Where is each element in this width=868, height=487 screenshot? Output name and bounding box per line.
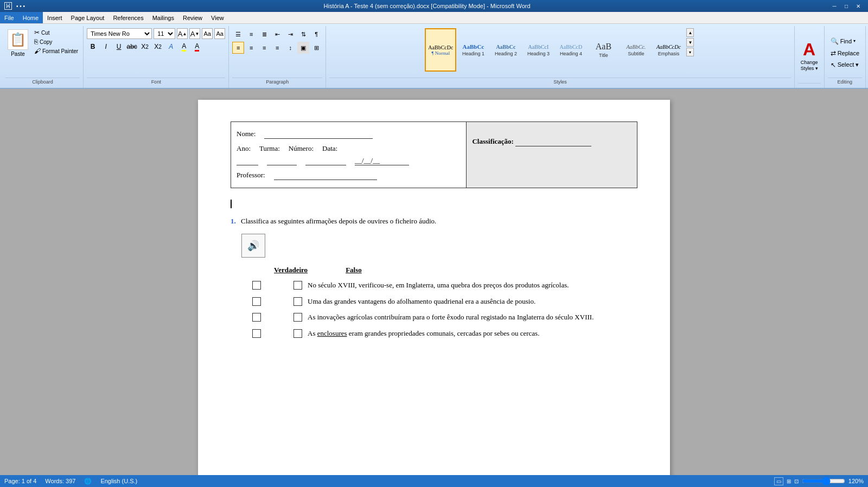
zoom-level[interactable]: 120% bbox=[848, 478, 864, 484]
style-heading1-label: Heading 1 bbox=[462, 51, 484, 56]
nome-line[interactable] bbox=[264, 130, 373, 139]
menu-item-references[interactable]: References bbox=[108, 12, 148, 23]
header-table-row-1: Nome: Ano: Turma: Número: Data: bbox=[231, 122, 637, 188]
classificacao-label: Classificação: bbox=[472, 137, 514, 145]
shading-button[interactable]: ▣ bbox=[297, 42, 309, 54]
paragraph-label: Paragraph bbox=[232, 78, 322, 86]
qa-item-1-falso-checkbox[interactable] bbox=[293, 281, 302, 290]
nome-label: Nome: bbox=[237, 130, 256, 138]
menu-item-review[interactable]: Review bbox=[178, 12, 207, 23]
cursor-position bbox=[231, 199, 637, 209]
status-left: Page: 1 of 4 Words: 397 🌐 English (U.S.) bbox=[4, 478, 137, 485]
bullets-button[interactable]: ☰ bbox=[232, 28, 244, 40]
view-full-screen-icon[interactable]: ⊞ bbox=[787, 478, 791, 484]
style-normal-mark: ¶ Normal bbox=[431, 50, 450, 56]
decrease-indent-button[interactable]: ⇤ bbox=[271, 28, 283, 40]
menu-item-file[interactable]: File bbox=[0, 12, 18, 23]
view-web-icon[interactable]: ⊡ bbox=[794, 478, 799, 484]
classificacao-fill[interactable] bbox=[515, 137, 591, 146]
strikethrough-button[interactable]: abc bbox=[126, 41, 138, 53]
text-effects-button[interactable]: A bbox=[165, 41, 177, 53]
line-spacing-button[interactable]: ↕ bbox=[284, 42, 296, 54]
style-title[interactable]: AaB Title bbox=[588, 28, 619, 72]
qa-item-4-falso-checkbox[interactable] bbox=[293, 329, 302, 338]
style-heading4-label: Heading 4 bbox=[560, 51, 582, 56]
cut-button[interactable]: ✂ Cut bbox=[33, 28, 80, 37]
view-print-icon[interactable]: ▭ bbox=[774, 477, 783, 485]
styles-more[interactable]: ▾ bbox=[686, 48, 694, 56]
style-emphasis[interactable]: AaBbCcDc Emphasis bbox=[653, 28, 684, 72]
font-family-select[interactable]: Times New Ro bbox=[87, 28, 152, 39]
copy-button[interactable]: ⎘ Copy bbox=[33, 37, 80, 46]
style-normal-preview: AaBbCcDc bbox=[428, 44, 453, 50]
multilevel-list-button[interactable]: ≣ bbox=[258, 28, 270, 40]
ano-fill[interactable] bbox=[237, 156, 258, 165]
qa-item-2-verdadeiro-checkbox[interactable] bbox=[252, 297, 261, 306]
bold-button[interactable]: B bbox=[87, 41, 99, 53]
borders-button[interactable]: ⊞ bbox=[310, 42, 322, 54]
qa-item-3-falso-checkbox[interactable] bbox=[293, 313, 302, 322]
styles-scroll-up[interactable]: ▲ bbox=[686, 28, 694, 37]
style-heading4[interactable]: AaBbCcD Heading 4 bbox=[555, 28, 586, 72]
falso-header: Falso bbox=[346, 266, 362, 274]
professor-fill[interactable] bbox=[274, 171, 377, 180]
superscript-button[interactable]: X2 bbox=[152, 41, 164, 53]
align-left-button[interactable]: ≡ bbox=[232, 42, 244, 54]
format-painter-button[interactable]: 🖌 Format Painter bbox=[33, 47, 80, 55]
menu-item-view[interactable]: View bbox=[207, 12, 228, 23]
zoom-slider[interactable] bbox=[802, 478, 845, 484]
font-size-select[interactable]: 11 bbox=[154, 28, 175, 39]
qa-item-3-verdadeiro-checkbox[interactable] bbox=[252, 313, 261, 322]
style-subtitle[interactable]: AaBbCc. Subtitle bbox=[620, 28, 652, 72]
minimize-button[interactable]: ─ bbox=[829, 2, 840, 10]
sort-button[interactable]: ⇅ bbox=[297, 28, 309, 40]
menu-item-page-layout[interactable]: Page Layout bbox=[67, 12, 109, 23]
numero-label: Número: bbox=[289, 144, 314, 153]
close-button[interactable]: ✕ bbox=[853, 2, 864, 10]
numero-fill[interactable] bbox=[305, 156, 346, 165]
turma-fill[interactable] bbox=[267, 156, 297, 165]
font-grow-button[interactable]: A▲ bbox=[177, 28, 188, 39]
change-case-button[interactable]: Aa bbox=[214, 28, 225, 39]
style-normal[interactable]: AaBbCcDc ¶ Normal bbox=[425, 28, 456, 72]
numbering-button[interactable]: ≡ bbox=[245, 28, 257, 40]
justify-button[interactable]: ≡ bbox=[271, 42, 283, 54]
qa-item-1-verdadeiro-checkbox[interactable] bbox=[252, 281, 261, 290]
select-button[interactable]: ↖ Select ▾ bbox=[828, 60, 862, 71]
style-heading2[interactable]: AaBbCc Heading 2 bbox=[490, 28, 521, 72]
audio-icon[interactable]: 🔊 bbox=[241, 234, 265, 258]
data-label: Data: bbox=[322, 144, 337, 153]
maximize-button[interactable]: □ bbox=[841, 2, 852, 10]
align-center-button[interactable]: ≡ bbox=[245, 42, 257, 54]
professor-row: Professor: bbox=[237, 171, 461, 180]
italic-button[interactable]: I bbox=[100, 41, 112, 53]
underline-button[interactable]: U bbox=[113, 41, 125, 53]
professor-label: Professor: bbox=[237, 171, 265, 180]
status-page: Page: 1 of 4 bbox=[4, 478, 36, 485]
show-marks-button[interactable]: ¶ bbox=[310, 28, 322, 40]
qa-item-4: As enclosures eram grandes propriedades … bbox=[231, 328, 637, 339]
menu-item-mailings[interactable]: Mailings bbox=[148, 12, 178, 23]
style-heading3[interactable]: AaBbCcI Heading 3 bbox=[522, 28, 554, 72]
change-styles-button[interactable]: A ChangeStyles ▾ bbox=[798, 37, 821, 74]
align-right-button[interactable]: ≡ bbox=[258, 42, 270, 54]
increase-indent-button[interactable]: ⇥ bbox=[284, 28, 296, 40]
qa-item-2-falso-checkbox[interactable] bbox=[293, 297, 302, 306]
menu-item-insert[interactable]: Insert bbox=[43, 12, 67, 23]
data-fill[interactable]: __/__/__ bbox=[355, 156, 409, 165]
clear-format-button[interactable]: Aa bbox=[202, 28, 213, 39]
replace-button[interactable]: ⇄ Replace bbox=[828, 48, 862, 59]
styles-scroll-buttons: ▲ ▼ ▾ bbox=[685, 28, 695, 56]
font-shrink-button[interactable]: A▼ bbox=[189, 28, 200, 39]
style-subtitle-label: Subtitle bbox=[628, 51, 644, 56]
subscript-button[interactable]: X2 bbox=[139, 41, 151, 53]
highlight-button[interactable]: A bbox=[178, 41, 190, 53]
find-button[interactable]: 🔍 Find ▾ bbox=[828, 36, 858, 47]
font-color-button[interactable]: A bbox=[191, 41, 203, 53]
styles-scroll-down[interactable]: ▼ bbox=[686, 38, 694, 47]
style-heading1[interactable]: AaBbCc Heading 1 bbox=[457, 28, 489, 72]
qa-item-4-verdadeiro-checkbox[interactable] bbox=[252, 329, 261, 338]
menu-item-home[interactable]: Home bbox=[18, 12, 43, 23]
paste-button[interactable]: 📋 Paste bbox=[5, 28, 30, 58]
ribbon-change-styles-group: A ChangeStyles ▾ bbox=[795, 26, 825, 88]
